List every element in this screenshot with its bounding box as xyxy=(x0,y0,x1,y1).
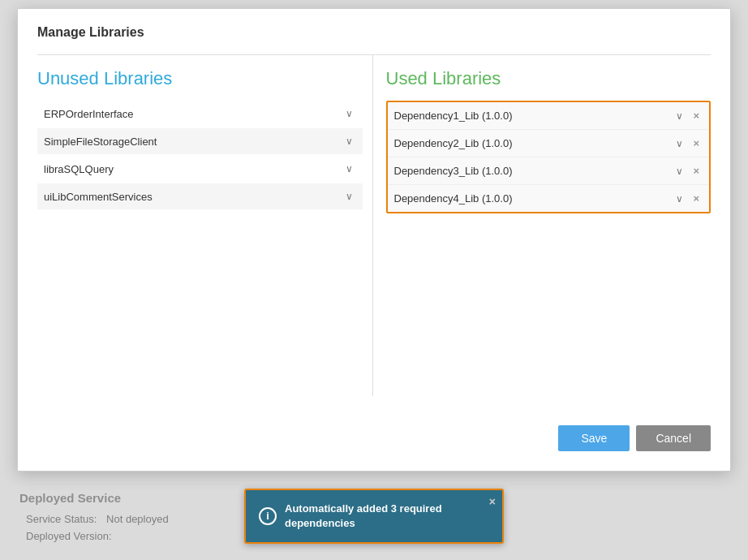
toast-close-button[interactable]: × xyxy=(489,495,496,508)
used-lib-item-0[interactable]: Dependency1_Lib (1.0.0) ∨ × xyxy=(388,102,710,130)
unused-lib-actions-3: ∨ xyxy=(342,189,356,204)
unused-lib-item-3[interactable]: uiLibCommentServices ∨ xyxy=(37,183,363,209)
used-chevron-icon-1[interactable]: ∨ xyxy=(673,136,686,151)
used-lib-name-0: Dependency1_Lib (1.0.0) xyxy=(394,110,513,122)
unused-lib-name-0: ERPOrderInterface xyxy=(44,108,134,120)
save-button[interactable]: Save xyxy=(558,425,630,451)
chevron-down-icon-3[interactable]: ∨ xyxy=(342,189,356,204)
used-lib-name-3: Dependency4_Lib (1.0.0) xyxy=(394,192,513,205)
unused-lib-name-1: SimpleFileStorageClient xyxy=(44,136,157,148)
toast-notification: i Automatically added 3 required depende… xyxy=(244,489,504,544)
used-libraries-column: Used Libraries Dependency1_Lib (1.0.0) ∨… xyxy=(373,55,711,396)
used-close-icon-0[interactable]: × xyxy=(690,108,703,123)
unused-lib-name-3: uiLibCommentServices xyxy=(44,191,153,203)
toast-message: Automatically added 3 required dependenc… xyxy=(285,502,442,531)
used-lib-name-2: Dependency3_Lib (1.0.0) xyxy=(394,165,513,177)
chevron-down-icon-1[interactable]: ∨ xyxy=(342,134,356,149)
toast-line2: dependencies xyxy=(285,517,355,529)
unused-lib-actions-2: ∨ xyxy=(342,162,356,176)
unused-libraries-heading: Unused Libraries xyxy=(37,68,363,89)
unused-lib-actions-0: ∨ xyxy=(342,106,356,121)
chevron-down-icon-2[interactable]: ∨ xyxy=(342,162,356,176)
used-lib-actions-0: ∨ × xyxy=(673,108,703,123)
chevron-down-icon-0[interactable]: ∨ xyxy=(342,106,356,121)
libraries-columns: Unused Libraries ERPOrderInterface ∨ Sim… xyxy=(37,54,711,396)
unused-libraries-column: Unused Libraries ERPOrderInterface ∨ Sim… xyxy=(37,55,373,396)
used-chevron-icon-2[interactable]: ∨ xyxy=(673,164,686,179)
used-libs-highlight-group: Dependency1_Lib (1.0.0) ∨ × Dependency2_… xyxy=(386,101,711,213)
used-libraries-heading: Used Libraries xyxy=(386,68,711,89)
used-lib-actions-1: ∨ × xyxy=(673,136,703,151)
unused-lib-item-0[interactable]: ERPOrderInterface ∨ xyxy=(37,101,363,127)
toast-line1: Automatically added 3 required xyxy=(285,502,442,515)
used-lib-actions-2: ∨ × xyxy=(673,163,703,179)
used-chevron-icon-3[interactable]: ∨ xyxy=(673,192,686,206)
unused-lib-item-2[interactable]: libraSQLQuery ∨ xyxy=(37,156,363,182)
cancel-button[interactable]: Cancel xyxy=(636,425,711,451)
unused-lib-actions-1: ∨ xyxy=(342,134,356,149)
used-lib-name-1: Dependency2_Lib (1.0.0) xyxy=(394,137,513,149)
used-chevron-icon-0[interactable]: ∨ xyxy=(673,109,686,123)
used-close-icon-2[interactable]: × xyxy=(690,163,703,179)
dialog-title: Manage Libraries xyxy=(37,25,711,40)
used-lib-item-2[interactable]: Dependency3_Lib (1.0.0) ∨ × xyxy=(388,157,710,185)
unused-lib-name-2: libraSQLQuery xyxy=(44,163,114,175)
info-icon: i xyxy=(259,507,277,525)
used-lib-item-1[interactable]: Dependency2_Lib (1.0.0) ∨ × xyxy=(388,130,710,157)
manage-libraries-dialog: Manage Libraries Unused Libraries ERPOrd… xyxy=(17,8,731,472)
used-close-icon-3[interactable]: × xyxy=(690,191,703,206)
used-close-icon-1[interactable]: × xyxy=(690,136,703,151)
unused-lib-item-1[interactable]: SimpleFileStorageClient ∨ xyxy=(37,128,363,154)
used-lib-item-3[interactable]: Dependency4_Lib (1.0.0) ∨ × xyxy=(388,185,710,212)
used-lib-actions-3: ∨ × xyxy=(673,191,703,206)
dialog-footer: Save Cancel xyxy=(37,412,711,451)
